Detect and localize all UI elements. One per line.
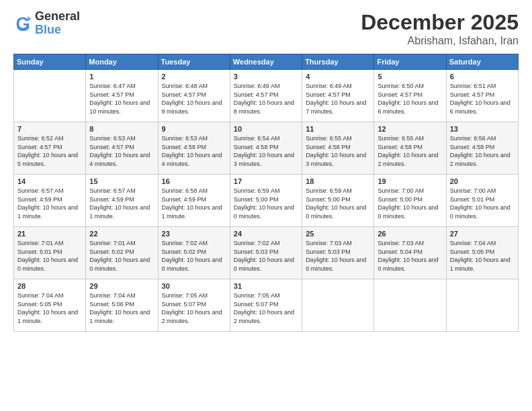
table-row (302, 279, 374, 332)
table-row: 20Sunrise: 7:00 AM Sunset: 5:01 PM Dayli… (446, 175, 518, 227)
day-info: Sunrise: 6:50 AM Sunset: 4:57 PM Dayligh… (378, 82, 442, 116)
logo-line1: General (35, 10, 80, 24)
day-info: Sunrise: 6:53 AM Sunset: 4:58 PM Dayligh… (162, 134, 226, 168)
logo: General Blue (13, 10, 80, 37)
day-number: 25 (306, 230, 370, 238)
day-info: Sunrise: 6:55 AM Sunset: 4:58 PM Dayligh… (306, 134, 370, 168)
location-subtitle: Abrisham, Isfahan, Iran (361, 35, 519, 47)
header-wednesday: Wednesday (230, 54, 302, 70)
day-info: Sunrise: 7:05 AM Sunset: 5:07 PM Dayligh… (162, 291, 226, 325)
day-info: Sunrise: 7:00 AM Sunset: 5:00 PM Dayligh… (378, 187, 442, 220)
day-info: Sunrise: 6:59 AM Sunset: 5:00 PM Dayligh… (234, 187, 298, 220)
day-number: 17 (234, 177, 298, 185)
table-row: 18Sunrise: 6:59 AM Sunset: 5:00 PM Dayli… (302, 175, 374, 227)
day-number: 1 (89, 73, 154, 81)
day-number: 26 (378, 230, 442, 238)
day-number: 22 (89, 230, 154, 238)
table-row: 23Sunrise: 7:02 AM Sunset: 5:02 PM Dayli… (158, 227, 230, 279)
table-row: 3Sunrise: 6:49 AM Sunset: 4:57 PM Daylig… (230, 70, 302, 122)
weekday-header-row: Sunday Monday Tuesday Wednesday Thursday… (14, 54, 519, 70)
day-info: Sunrise: 7:04 AM Sunset: 5:05 PM Dayligh… (450, 239, 515, 273)
day-number: 10 (234, 125, 298, 133)
day-info: Sunrise: 6:53 AM Sunset: 4:57 PM Dayligh… (89, 134, 154, 168)
day-info: Sunrise: 7:03 AM Sunset: 5:03 PM Dayligh… (306, 239, 370, 273)
table-row: 5Sunrise: 6:50 AM Sunset: 4:57 PM Daylig… (374, 70, 446, 122)
month-title: December 2025 (361, 10, 519, 35)
day-number: 30 (162, 282, 226, 290)
calendar-week-row: 7Sunrise: 6:52 AM Sunset: 4:57 PM Daylig… (14, 122, 519, 175)
day-info: Sunrise: 6:51 AM Sunset: 4:57 PM Dayligh… (450, 82, 515, 116)
table-row: 28Sunrise: 7:04 AM Sunset: 5:05 PM Dayli… (14, 279, 86, 332)
table-row: 25Sunrise: 7:03 AM Sunset: 5:03 PM Dayli… (302, 227, 374, 279)
calendar-week-row: 1Sunrise: 6:47 AM Sunset: 4:57 PM Daylig… (14, 70, 519, 122)
day-number: 5 (378, 73, 442, 81)
day-number: 27 (450, 230, 515, 238)
day-info: Sunrise: 7:04 AM Sunset: 5:06 PM Dayligh… (89, 291, 154, 325)
logo-text: General Blue (35, 10, 80, 37)
table-row: 1Sunrise: 6:47 AM Sunset: 4:57 PM Daylig… (86, 70, 158, 122)
day-info: Sunrise: 6:59 AM Sunset: 5:00 PM Dayligh… (306, 187, 370, 220)
day-info: Sunrise: 7:01 AM Sunset: 5:01 PM Dayligh… (17, 239, 82, 273)
calendar-week-row: 28Sunrise: 7:04 AM Sunset: 5:05 PM Dayli… (14, 279, 519, 332)
table-row: 13Sunrise: 6:56 AM Sunset: 4:58 PM Dayli… (446, 122, 518, 175)
day-info: Sunrise: 6:55 AM Sunset: 4:58 PM Dayligh… (378, 134, 442, 168)
header-friday: Friday (374, 54, 446, 70)
logo-icon (13, 14, 32, 33)
calendar-week-row: 21Sunrise: 7:01 AM Sunset: 5:01 PM Dayli… (14, 227, 519, 279)
day-number: 28 (17, 282, 82, 290)
day-number: 31 (234, 282, 298, 290)
day-number: 23 (162, 230, 226, 238)
day-number: 13 (450, 125, 515, 133)
day-number: 19 (378, 177, 442, 185)
table-row: 8Sunrise: 6:53 AM Sunset: 4:57 PM Daylig… (86, 122, 158, 175)
header-thursday: Thursday (302, 54, 374, 70)
calendar-page: General Blue December 2025 Abrisham, Isf… (0, 0, 532, 411)
table-row: 17Sunrise: 6:59 AM Sunset: 5:00 PM Dayli… (230, 175, 302, 227)
day-number: 9 (162, 125, 226, 133)
header: General Blue December 2025 Abrisham, Isf… (13, 10, 519, 47)
day-info: Sunrise: 7:04 AM Sunset: 5:05 PM Dayligh… (17, 291, 82, 325)
day-info: Sunrise: 6:49 AM Sunset: 4:57 PM Dayligh… (234, 82, 298, 116)
logo-line2: Blue (35, 23, 61, 36)
day-info: Sunrise: 7:03 AM Sunset: 5:04 PM Dayligh… (378, 239, 442, 273)
day-info: Sunrise: 7:05 AM Sunset: 5:07 PM Dayligh… (234, 291, 298, 325)
table-row: 29Sunrise: 7:04 AM Sunset: 5:06 PM Dayli… (86, 279, 158, 332)
calendar-week-row: 14Sunrise: 6:57 AM Sunset: 4:59 PM Dayli… (14, 175, 519, 227)
table-row: 15Sunrise: 6:57 AM Sunset: 4:59 PM Dayli… (86, 175, 158, 227)
title-block: December 2025 Abrisham, Isfahan, Iran (361, 10, 519, 47)
day-info: Sunrise: 6:54 AM Sunset: 4:58 PM Dayligh… (234, 134, 298, 168)
header-sunday: Sunday (14, 54, 86, 70)
table-row: 12Sunrise: 6:55 AM Sunset: 4:58 PM Dayli… (374, 122, 446, 175)
day-info: Sunrise: 7:00 AM Sunset: 5:01 PM Dayligh… (450, 187, 515, 220)
day-info: Sunrise: 6:47 AM Sunset: 4:57 PM Dayligh… (89, 82, 154, 116)
table-row: 19Sunrise: 7:00 AM Sunset: 5:00 PM Dayli… (374, 175, 446, 227)
header-monday: Monday (86, 54, 158, 70)
day-number: 12 (378, 125, 442, 133)
table-row: 14Sunrise: 6:57 AM Sunset: 4:59 PM Dayli… (14, 175, 86, 227)
day-info: Sunrise: 6:57 AM Sunset: 4:59 PM Dayligh… (89, 187, 154, 220)
table-row: 11Sunrise: 6:55 AM Sunset: 4:58 PM Dayli… (302, 122, 374, 175)
day-info: Sunrise: 6:49 AM Sunset: 4:57 PM Dayligh… (306, 82, 370, 116)
table-row (446, 279, 518, 332)
table-row (14, 70, 86, 122)
table-row (374, 279, 446, 332)
table-row: 2Sunrise: 6:48 AM Sunset: 4:57 PM Daylig… (158, 70, 230, 122)
day-info: Sunrise: 7:02 AM Sunset: 5:02 PM Dayligh… (162, 239, 226, 273)
header-saturday: Saturday (446, 54, 518, 70)
table-row: 6Sunrise: 6:51 AM Sunset: 4:57 PM Daylig… (446, 70, 518, 122)
day-number: 8 (89, 125, 154, 133)
day-info: Sunrise: 7:02 AM Sunset: 5:03 PM Dayligh… (234, 239, 298, 273)
table-row: 24Sunrise: 7:02 AM Sunset: 5:03 PM Dayli… (230, 227, 302, 279)
table-row: 31Sunrise: 7:05 AM Sunset: 5:07 PM Dayli… (230, 279, 302, 332)
day-number: 6 (450, 73, 515, 81)
day-info: Sunrise: 6:52 AM Sunset: 4:57 PM Dayligh… (17, 134, 82, 168)
table-row: 26Sunrise: 7:03 AM Sunset: 5:04 PM Dayli… (374, 227, 446, 279)
day-number: 21 (17, 230, 82, 238)
table-row: 4Sunrise: 6:49 AM Sunset: 4:57 PM Daylig… (302, 70, 374, 122)
header-tuesday: Tuesday (158, 54, 230, 70)
day-number: 18 (306, 177, 370, 185)
day-number: 15 (89, 177, 154, 185)
table-row: 27Sunrise: 7:04 AM Sunset: 5:05 PM Dayli… (446, 227, 518, 279)
day-number: 4 (306, 73, 370, 81)
day-info: Sunrise: 6:57 AM Sunset: 4:59 PM Dayligh… (17, 187, 82, 220)
